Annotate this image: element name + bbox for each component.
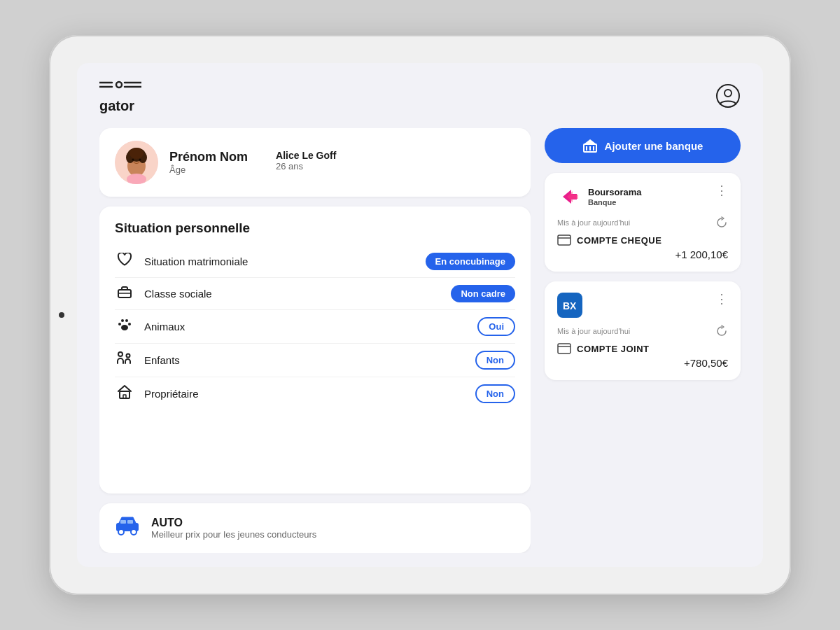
profile-field-value: Alice Le Goff 26 ans: [276, 150, 336, 175]
badge-classe[interactable]: Non cadre: [451, 285, 515, 302]
left-column: Prénom Nom Âge Alice Le Goff 26 ans Situ…: [99, 128, 531, 553]
family-icon: [115, 351, 134, 370]
right-column: Ajouter une banque Bo: [545, 128, 741, 553]
badge-enfants[interactable]: Non: [475, 351, 515, 370]
boursorama-menu-button[interactable]: ⋮: [715, 184, 728, 197]
svg-point-21: [118, 323, 121, 326]
bank-card-boursorama: Boursorama Banque ⋮ Mis à jour aujourd'h…: [545, 173, 741, 272]
boursorama-logo-icon: [557, 184, 582, 209]
svg-text:BX: BX: [563, 300, 577, 312]
logo-text: gator: [99, 98, 141, 114]
profile-fields: Prénom Nom Âge Alice Le Goff 26 ans: [169, 150, 336, 175]
svg-point-29: [118, 529, 124, 535]
svg-point-16: [139, 159, 141, 161]
bank-card-boursorama-header: Boursorama Banque ⋮: [557, 184, 728, 209]
profile-button[interactable]: [715, 83, 741, 108]
refresh-icon: [715, 216, 728, 229]
situation-row-proprietaire: Propriétaire Non: [115, 377, 515, 410]
boursorama-meta: Mis à jour aujourd'hui: [557, 216, 728, 229]
situation-row-enfants: Enfants Non: [115, 344, 515, 377]
svg-rect-32: [127, 520, 133, 524]
situation-row-matrimoniale: Situation matrimoniale En concubinage: [115, 246, 515, 278]
svg-point-20: [125, 319, 128, 322]
svg-point-19: [121, 319, 124, 322]
boursorama-name: Boursorama Banque: [588, 187, 642, 206]
svg-point-2: [116, 82, 122, 88]
svg-point-25: [127, 354, 130, 358]
badge-proprietaire[interactable]: Non: [475, 384, 515, 403]
svg-rect-42: [558, 344, 570, 354]
logo-area: gator: [99, 77, 141, 114]
situation-card: Situation personnelle Situation matrimon…: [99, 206, 531, 493]
nav-dot: [59, 312, 64, 318]
svg-rect-38: [558, 235, 570, 245]
svg-point-15: [132, 159, 134, 161]
car-icon: [115, 516, 140, 540]
credit-card-icon-2: [557, 343, 571, 354]
briefcase-icon: [115, 285, 134, 302]
second-bank-meta: Mis à jour aujourd'hui: [557, 325, 728, 337]
badge-matrimoniale[interactable]: En concubinage: [426, 253, 515, 270]
second-bank-menu-button[interactable]: ⋮: [715, 293, 728, 305]
second-bank-account-row: COMPTE JOINT: [557, 343, 728, 354]
svg-point-23: [121, 325, 128, 330]
svg-point-24: [118, 352, 122, 356]
svg-point-6: [724, 90, 732, 97]
svg-point-22: [128, 323, 131, 326]
paw-icon: [115, 317, 134, 336]
auto-info: AUTO Meilleur prix pour les jeunes condu…: [151, 517, 316, 540]
add-bank-button[interactable]: Ajouter une banque: [545, 128, 741, 163]
badge-animaux[interactable]: Oui: [477, 317, 515, 336]
svg-point-13: [130, 148, 144, 159]
header: gator: [77, 63, 763, 121]
second-bank-logo-icon: BX: [557, 293, 582, 318]
auto-card: AUTO Meilleur prix pour les jeunes condu…: [99, 503, 531, 553]
second-bank-logo-area: BX: [557, 293, 588, 318]
profile-field-name: Prénom Nom Âge: [169, 150, 248, 175]
boursorama-logo-area: Boursorama Banque: [557, 184, 642, 209]
app-container: gator: [77, 63, 763, 567]
credit-card-icon: [557, 234, 571, 246]
bank-card-second-header: BX ⋮: [557, 293, 728, 318]
situation-row-classe: Classe sociale Non cadre: [115, 278, 515, 310]
tablet-shell: gator: [49, 35, 791, 595]
boursorama-account-row: COMPTE CHEQUE: [557, 234, 728, 246]
house-icon: [115, 384, 134, 403]
avatar: [115, 141, 158, 184]
bank-icon: [582, 138, 598, 153]
profile-card: Prénom Nom Âge Alice Le Goff 26 ans: [99, 128, 531, 197]
svg-rect-31: [120, 520, 126, 524]
svg-point-30: [131, 529, 136, 535]
heart-icon: [115, 253, 134, 270]
main-content: Prénom Nom Âge Alice Le Goff 26 ans Situ…: [77, 121, 763, 567]
refresh-icon-2: [715, 325, 728, 337]
situation-row-animaux: Animaux Oui: [115, 310, 515, 344]
logo-icon: [99, 77, 141, 97]
bank-card-second: BX ⋮ Mis à jour aujourd'hui: [545, 281, 741, 380]
situation-items: Situation matrimoniale En concubinage Cl…: [115, 246, 515, 410]
svg-rect-27: [123, 395, 126, 398]
